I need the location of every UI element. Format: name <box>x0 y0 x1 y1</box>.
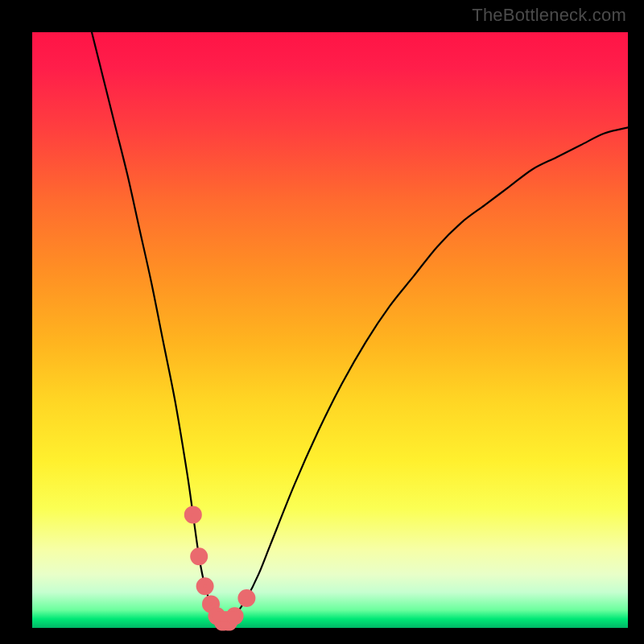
chart-frame: TheBottleneck.com <box>0 0 644 644</box>
valley-marker-dot <box>194 551 204 562</box>
valley-marker-dot <box>200 581 210 592</box>
bottleneck-curve-svg <box>32 32 628 628</box>
watermark-text: TheBottleneck.com <box>472 5 626 26</box>
valley-marker-dot <box>242 593 252 604</box>
plot-area <box>32 32 628 628</box>
valley-markers <box>188 510 252 627</box>
valley-marker-dot <box>188 510 198 520</box>
bottleneck-curve <box>92 32 628 623</box>
